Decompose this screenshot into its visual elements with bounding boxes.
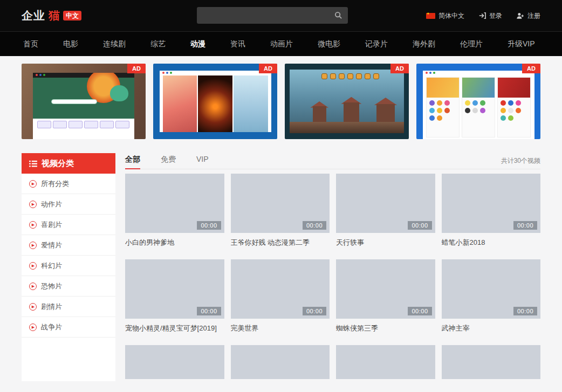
play-circle-icon: ▶: [29, 283, 37, 290]
sidebar-item-label: 恐怖片: [41, 281, 62, 291]
ad-banner-3[interactable]: AD: [285, 64, 409, 139]
category-list: ▶所有分类▶动作片▶喜剧片▶爱情片▶科幻片▶恐怖片▶剧情片▶战争片: [22, 174, 115, 338]
video-card[interactable]: 00:00蜘蛛侠第三季: [336, 259, 435, 333]
video-title: 王爷你好贱 动态漫第二季: [231, 238, 330, 247]
video-count-text: 共计30个视频: [501, 156, 540, 166]
video-thumbnail: 00:00: [442, 174, 541, 233]
nav-item-7[interactable]: 动画片: [258, 39, 305, 49]
ad-badge: AD: [259, 64, 277, 73]
video-card[interactable]: 00:00天行轶事: [336, 174, 435, 247]
sidebar-item-6[interactable]: ▶恐怖片: [22, 276, 115, 297]
nav-item-1[interactable]: 首页: [11, 39, 51, 49]
video-thumbnail: 00:00: [231, 174, 330, 233]
sidebar-item-2[interactable]: ▶动作片: [22, 194, 115, 215]
video-card[interactable]: 00:00武神主宰: [442, 259, 541, 333]
banner-art: [33, 73, 135, 139]
video-card[interactable]: 00:00宠物小精灵/精灵宝可梦[2019]: [125, 259, 224, 333]
play-circle-icon: ▶: [29, 201, 37, 208]
video-thumbnail-partial[interactable]: [231, 345, 330, 379]
video-title: 蜡笔小新2018: [442, 238, 541, 247]
sidebar-filler: [22, 338, 115, 381]
sidebar-item-label: 所有分类: [41, 179, 69, 189]
video-grid-partial: [125, 345, 540, 379]
tab-3[interactable]: VIP: [196, 153, 209, 169]
login-icon: [478, 12, 486, 19]
nav-item-11[interactable]: 伦理片: [448, 39, 495, 49]
sidebar-item-label: 动作片: [41, 200, 62, 209]
video-thumbnail-partial[interactable]: [442, 345, 541, 379]
video-card[interactable]: 00:00蜡笔小新2018: [442, 174, 541, 247]
cn-flag-icon: [426, 13, 435, 19]
logo-lang-badge: 中文: [63, 11, 81, 20]
duration-badge: 00:00: [197, 221, 221, 230]
nav-item-8[interactable]: 微电影: [305, 39, 353, 49]
filter-tabs: 全部免费VIP共计30个视频: [125, 153, 540, 169]
sidebar-header: 视频分类: [22, 153, 115, 174]
video-title: 完美世界: [231, 324, 330, 333]
nav-item-12[interactable]: 升级VIP: [495, 39, 547, 49]
video-thumbnail: 00:00: [336, 174, 435, 233]
sidebar-item-label: 爱情片: [41, 240, 62, 250]
nav-item-10[interactable]: 海外剧: [400, 39, 448, 49]
nav-item-6[interactable]: 资讯: [218, 39, 258, 49]
sidebar-item-label: 科幻片: [41, 261, 62, 271]
login-link[interactable]: 登录: [478, 11, 502, 20]
ad-banner-4[interactable]: AD: [416, 64, 540, 139]
ad-badge: AD: [390, 64, 409, 73]
play-circle-icon: ▶: [29, 242, 37, 249]
sidebar-item-label: 剧情片: [41, 302, 62, 312]
logo-text-1: 企业: [22, 8, 45, 23]
video-card[interactable]: 00:00完美世界: [231, 259, 330, 333]
ad-banner-row: AD AD AD AD: [22, 64, 540, 139]
video-card[interactable]: 00:00王爷你好贱 动态漫第二季: [231, 174, 330, 247]
ad-banner-2[interactable]: AD: [153, 64, 277, 139]
site-logo[interactable]: 企业猫 中文: [22, 8, 81, 23]
sidebar-title: 视频分类: [42, 159, 74, 169]
sidebar-item-3[interactable]: ▶喜剧片: [22, 215, 115, 235]
video-title: 蜘蛛侠第三季: [336, 324, 435, 333]
video-title: 武神主宰: [442, 324, 541, 333]
video-grid: 00:00小白的男神爹地00:00王爷你好贱 动态漫第二季00:00天行轶事00…: [125, 174, 540, 333]
video-card[interactable]: 00:00小白的男神爹地: [125, 174, 224, 247]
language-switch[interactable]: 简体中文: [426, 11, 464, 20]
duration-badge: 00:00: [197, 307, 221, 315]
video-content: 全部免费VIP共计30个视频 00:00小白的男神爹地00:00王爷你好贱 动态…: [125, 153, 540, 379]
main-area: 视频分类 ▶所有分类▶动作片▶喜剧片▶爱情片▶科幻片▶恐怖片▶剧情片▶战争片 全…: [22, 153, 540, 381]
play-circle-icon: ▶: [29, 303, 37, 311]
video-thumbnail: 00:00: [125, 174, 224, 233]
search-button[interactable]: [328, 7, 348, 24]
sidebar-item-8[interactable]: ▶战争片: [22, 317, 115, 338]
main-nav: 首页电影连续剧综艺动漫资讯动画片微电影记录片海外剧伦理片升级VIP: [0, 31, 562, 56]
nav-item-2[interactable]: 电影: [51, 39, 91, 49]
video-thumbnail: 00:00: [336, 259, 435, 319]
search-input[interactable]: [197, 11, 328, 19]
duration-badge: 00:00: [408, 307, 431, 315]
sidebar-item-7[interactable]: ▶剧情片: [22, 297, 115, 317]
sidebar-item-1[interactable]: ▶所有分类: [22, 174, 115, 194]
search-icon: [334, 11, 342, 19]
video-thumbnail: 00:00: [231, 259, 330, 319]
nav-item-4[interactable]: 综艺: [138, 39, 178, 49]
tab-2[interactable]: 免费: [161, 153, 176, 169]
login-label: 登录: [489, 11, 502, 20]
ad-badge: AD: [127, 64, 146, 73]
sidebar-item-4[interactable]: ▶爱情片: [22, 235, 115, 256]
play-circle-icon: ▶: [29, 180, 37, 188]
register-link[interactable]: 注册: [516, 11, 540, 20]
language-label: 简体中文: [438, 11, 464, 20]
video-thumbnail: 00:00: [442, 259, 541, 319]
top-right-links: 简体中文 登录 注册: [426, 11, 540, 20]
video-title: 宠物小精灵/精灵宝可梦[2019]: [125, 324, 224, 333]
sidebar-item-5[interactable]: ▶科幻片: [22, 256, 115, 276]
banner-art: [160, 71, 271, 133]
video-thumbnail: 00:00: [125, 259, 224, 319]
nav-item-5[interactable]: 动漫: [178, 39, 218, 49]
video-thumbnail-partial[interactable]: [336, 345, 435, 379]
tab-1[interactable]: 全部: [125, 153, 140, 169]
list-icon: [29, 160, 37, 167]
ad-banner-1[interactable]: AD: [22, 64, 146, 139]
nav-item-3[interactable]: 连续剧: [91, 39, 138, 49]
nav-item-9[interactable]: 记录片: [353, 39, 400, 49]
video-title: 小白的男神爹地: [125, 238, 224, 247]
video-thumbnail-partial[interactable]: [125, 345, 224, 379]
